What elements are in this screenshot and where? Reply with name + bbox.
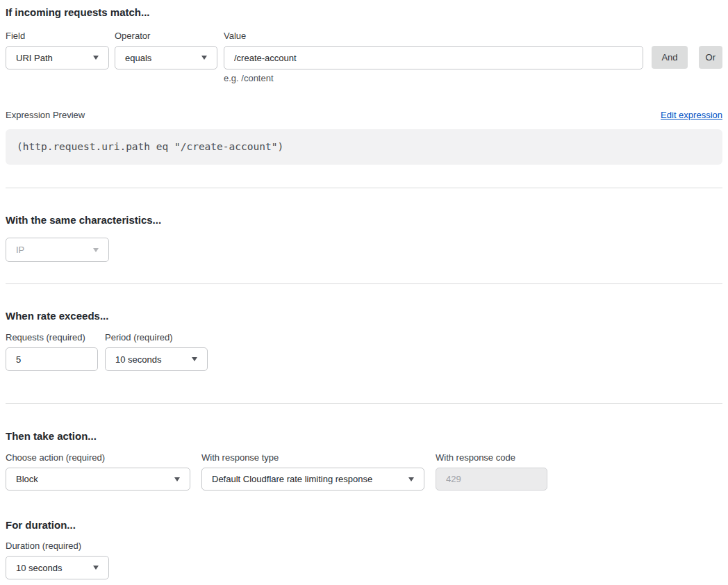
duration-section: For duration... Duration (required) 10 s… — [6, 518, 722, 579]
duration-select-value: 10 seconds — [16, 563, 63, 573]
field-select[interactable]: URI Path — [6, 46, 109, 69]
expression-preview-header: Expression Preview Edit expression — [6, 110, 722, 121]
value-hint: e.g. /content — [224, 73, 643, 84]
chevron-down-icon — [408, 477, 414, 481]
expression-text: (http.request.uri.path eq "/create-accou… — [17, 141, 283, 152]
or-button[interactable]: Or — [699, 46, 722, 69]
response-type-select[interactable]: Default Cloudflare rate limiting respons… — [201, 468, 424, 491]
duration-label: Duration (required) — [6, 541, 722, 552]
logic-buttons: And Or — [643, 46, 722, 69]
characteristics-section: With the same characteristics... IP — [6, 213, 722, 262]
characteristics-section-title: With the same characteristics... — [6, 213, 722, 226]
period-label: Period (required) — [105, 332, 208, 343]
field-label: Field — [6, 31, 109, 42]
response-code-label: With response code — [436, 452, 547, 463]
section-divider — [6, 283, 722, 284]
requests-label: Requests (required) — [6, 332, 98, 343]
duration-section-title: For duration... — [6, 518, 722, 532]
chevron-down-icon — [93, 566, 99, 570]
chevron-down-icon — [93, 248, 99, 252]
operator-select-value: equals — [125, 53, 151, 63]
rate-section-title: When rate exceeds... — [6, 309, 722, 322]
field-select-value: URI Path — [16, 53, 53, 63]
choose-action-group: Choose action (required) Block — [6, 452, 190, 491]
match-condition-row: Field URI Path Operator equals Value e.g… — [6, 31, 722, 84]
value-input[interactable] — [224, 46, 643, 69]
rate-limiting-rule-form: If incoming requests match... Field URI … — [6, 6, 722, 579]
section-divider — [6, 403, 722, 404]
response-code-group: With response code — [436, 452, 547, 491]
rate-section: When rate exceeds... Requests (required)… — [6, 309, 722, 371]
value-label: Value — [224, 31, 643, 42]
action-section: Then take action... Choose action (requi… — [6, 429, 722, 491]
action-section-title: Then take action... — [6, 429, 722, 443]
choose-action-select[interactable]: Block — [6, 468, 190, 491]
characteristic-select[interactable]: IP — [6, 238, 109, 262]
field-group: Field URI Path — [6, 31, 109, 69]
expression-preview-label: Expression Preview — [6, 110, 85, 121]
duration-select[interactable]: 10 seconds — [6, 556, 109, 579]
chevron-down-icon — [93, 56, 99, 60]
period-select-value: 10 seconds — [115, 354, 162, 365]
choose-action-label: Choose action (required) — [6, 452, 190, 463]
response-type-label: With response type — [201, 452, 424, 463]
response-type-group: With response type Default Cloudflare ra… — [201, 452, 424, 491]
choose-action-select-value: Block — [16, 474, 38, 484]
duration-group: Duration (required) 10 seconds — [6, 541, 722, 579]
period-group: Period (required) 10 seconds — [105, 332, 208, 371]
action-row: Choose action (required) Block With resp… — [6, 452, 722, 491]
operator-select[interactable]: equals — [115, 46, 217, 69]
requests-group: Requests (required) — [6, 332, 98, 371]
match-section: If incoming requests match... Field URI … — [6, 6, 722, 165]
chevron-down-icon — [201, 56, 207, 60]
chevron-down-icon — [192, 357, 197, 361]
period-select[interactable]: 10 seconds — [105, 347, 208, 371]
chevron-down-icon — [174, 477, 180, 481]
and-button[interactable]: And — [652, 46, 687, 69]
characteristic-select-value: IP — [16, 245, 24, 255]
operator-group: Operator equals — [115, 31, 217, 69]
section-divider — [6, 188, 722, 188]
expression-preview-box: (http.request.uri.path eq "/create-accou… — [6, 129, 722, 165]
response-code-input — [436, 468, 547, 491]
edit-expression-link[interactable]: Edit expression — [661, 110, 722, 121]
rate-row: Requests (required) Period (required) 10… — [6, 332, 722, 371]
response-type-select-value: Default Cloudflare rate limiting respons… — [212, 474, 372, 484]
match-section-title: If incoming requests match... — [6, 6, 722, 19]
value-group: Value e.g. /content — [224, 31, 643, 84]
operator-label: Operator — [115, 31, 217, 42]
requests-input[interactable] — [6, 347, 98, 371]
